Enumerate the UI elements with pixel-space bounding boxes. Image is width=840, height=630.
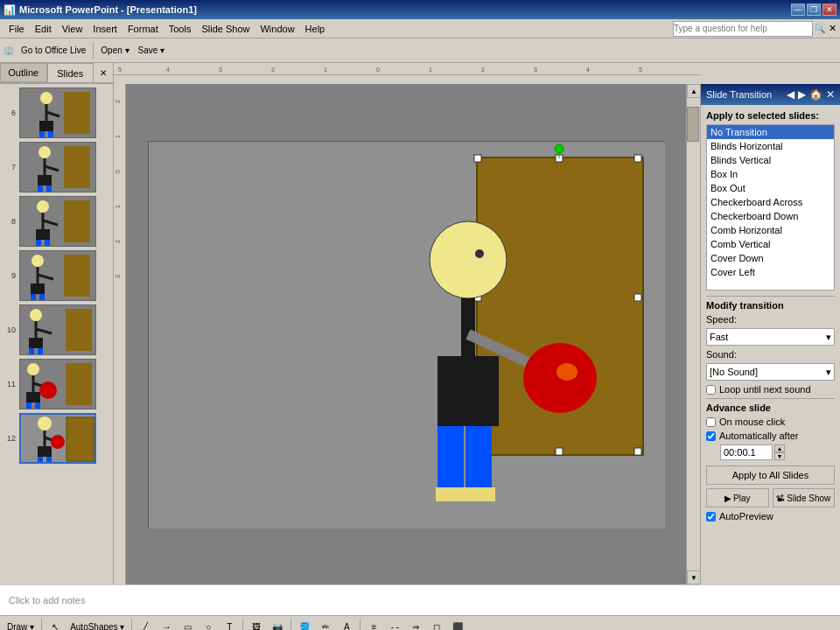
oval-tool[interactable]: ○ (199, 618, 218, 631)
slide-img-11[interactable] (19, 359, 96, 410)
transition-cover-left[interactable]: Cover Left (707, 265, 834, 279)
close-panel-button[interactable]: ✕ (94, 63, 113, 82)
loop-checkbox[interactable] (706, 385, 716, 395)
transition-checkerboard-down[interactable]: Checkerboard Down (707, 209, 834, 223)
close-button[interactable]: ✕ (822, 4, 836, 16)
3d-button[interactable]: ⬛ (448, 618, 467, 631)
time-up[interactable]: ▲ (774, 444, 785, 452)
right-panel-spacer (700, 63, 840, 84)
autopreview-checkbox[interactable] (706, 512, 716, 522)
tab-slides[interactable]: Slides (47, 63, 94, 82)
slide-img-9[interactable] (19, 250, 96, 301)
transition-box-out[interactable]: Box Out (707, 181, 834, 195)
menu-window[interactable]: Window (255, 22, 299, 36)
mouse-click-checkbox[interactable] (706, 417, 716, 427)
font-color-button[interactable]: A (337, 618, 356, 631)
select-arrow-button[interactable]: ↖ (46, 618, 65, 631)
transition-comb-vertical[interactable]: Comb Vertical (707, 237, 834, 251)
slide-canvas[interactable] (148, 141, 664, 528)
sound-dropdown[interactable]: [No Sound] ▾ (706, 363, 835, 381)
slide-img-6[interactable] (19, 88, 96, 138)
sound-value: [No Sound] (710, 367, 758, 377)
scroll-thumb[interactable] (687, 107, 699, 142)
speed-dropdown[interactable]: Fast ▾ (706, 328, 835, 346)
slide-show-button[interactable]: 📽 Slide Show (773, 488, 836, 508)
scroll-up-button[interactable]: ▲ (687, 84, 701, 98)
slide-thumb-7[interactable]: 7 (4, 142, 109, 192)
shadow-button[interactable]: ◻ (427, 618, 446, 631)
menu-file[interactable]: File (4, 22, 30, 36)
slide-img-7[interactable] (19, 142, 96, 192)
transition-cover-down[interactable]: Cover Down (707, 251, 834, 265)
time-input[interactable]: 00:00.1 (720, 444, 773, 460)
panel-close-icon[interactable]: ✕ (826, 88, 835, 101)
auto-after-checkbox[interactable] (706, 431, 716, 441)
slide-thumb-10[interactable]: 10 (4, 304, 109, 355)
apply-all-button[interactable]: Apply to All Slides (706, 466, 835, 485)
line-color-button[interactable]: ✏ (316, 618, 335, 631)
autoshapes-button[interactable]: AutoShapes ▾ (66, 618, 128, 631)
insert-picture-button[interactable]: 📷 (268, 618, 287, 631)
dash-style-button[interactable]: - - (385, 618, 404, 631)
open-button[interactable]: Open ▾ (97, 41, 132, 60)
transition-box-in[interactable]: Box In (707, 167, 834, 181)
menu-view[interactable]: View (57, 22, 88, 36)
line-tool[interactable]: ╱ (136, 618, 155, 631)
time-down[interactable]: ▼ (774, 452, 785, 460)
svg-rect-44 (39, 294, 45, 301)
slide-img-10[interactable] (19, 304, 96, 355)
slide-img-8[interactable] (19, 196, 96, 247)
help-search[interactable] (673, 21, 813, 37)
arrow-style-button[interactable]: ⇒ (406, 618, 425, 631)
panel-back-icon[interactable]: ◀ (787, 88, 794, 101)
title-bar: 📊 Microsoft PowerPoint - [Presentation1]… (0, 0, 840, 19)
slide-thumb-6[interactable]: 6 (4, 88, 109, 138)
office-live-button[interactable]: Go to Office Live (18, 41, 89, 60)
arrow-tool[interactable]: → (157, 618, 176, 631)
slide-thumb-12[interactable]: 12 (4, 413, 109, 464)
line-color-icon: ✏ (322, 622, 329, 630)
menu-format[interactable]: Format (122, 22, 164, 36)
vertical-scrollbar[interactable]: ▲ ▼ (686, 84, 700, 584)
menu-slideshow[interactable]: Slide Show (196, 22, 255, 36)
svg-rect-51 (29, 348, 34, 355)
menu-tools[interactable]: Tools (164, 22, 197, 36)
svg-point-23 (38, 146, 51, 158)
draw-button[interactable]: Draw ▾ (4, 618, 38, 631)
scroll-down-button[interactable]: ▼ (687, 570, 701, 584)
svg-text:2: 2 (481, 66, 485, 73)
transition-blinds-horizontal[interactable]: Blinds Horizontal (707, 139, 834, 153)
menu-insert[interactable]: Insert (88, 22, 122, 36)
slide-img-12[interactable] (19, 413, 96, 464)
text-box-tool[interactable]: T (220, 618, 239, 631)
tab-outline[interactable]: Outline (0, 63, 47, 82)
fill-color-button[interactable]: 🪣 (295, 618, 314, 631)
close-help-button[interactable]: ✕ (829, 23, 836, 34)
panel-home-icon[interactable]: 🏠 (809, 88, 822, 101)
transition-no-transition[interactable]: No Transition (707, 125, 834, 139)
transition-list[interactable]: No Transition Blinds Horizontal Blinds V… (706, 124, 835, 290)
panel-forward-icon[interactable]: ▶ (798, 88, 806, 101)
transition-checkerboard-across[interactable]: Checkerboard Across (707, 195, 834, 209)
transition-blinds-vertical[interactable]: Blinds Vertical (707, 153, 834, 167)
time-stepper[interactable]: ▲ ▼ (774, 444, 785, 460)
auto-after-row: Automatically after (706, 430, 835, 441)
restore-button[interactable]: ❐ (807, 4, 821, 16)
slide-thumb-9[interactable]: 9 (4, 250, 109, 301)
slide-thumb-11[interactable]: 11 (4, 359, 109, 410)
rectangle-tool[interactable]: ▭ (178, 618, 197, 631)
insert-clip-art-button[interactable]: 🖼 (247, 618, 266, 631)
line-style-button[interactable]: ≡ (364, 618, 383, 631)
save-button[interactable]: Save ▾ (135, 41, 169, 60)
slide-thumb-8[interactable]: 8 (4, 196, 109, 247)
help-search-button[interactable]: 🔍 (815, 24, 825, 33)
divider2 (706, 398, 835, 399)
minimize-button[interactable]: — (791, 4, 805, 16)
scroll-track[interactable] (687, 98, 700, 570)
menu-help[interactable]: Help (300, 22, 331, 36)
notes-area[interactable]: Click to add notes (0, 584, 840, 615)
play-button[interactable]: ▶ Play (706, 488, 769, 508)
transition-comb-horizontal[interactable]: Comb Horizontal (707, 223, 834, 237)
select-arrow-icon: ↖ (52, 622, 59, 630)
menu-edit[interactable]: Edit (30, 22, 57, 36)
